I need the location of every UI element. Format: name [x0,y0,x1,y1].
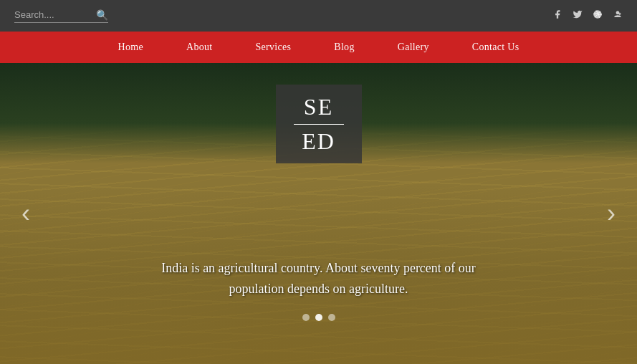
nav-about[interactable]: About [186,42,213,53]
search-wrapper: 🔍 [14,9,108,23]
next-arrow[interactable]: › [600,191,623,236]
nav-blog[interactable]: Blog [334,42,354,53]
hero-section: SE ED India is an agricultural country. … [0,63,637,364]
logo-line1: SE [304,93,333,120]
dot-3[interactable] [328,314,335,321]
twitter-icon[interactable] [573,9,583,22]
google-plus-icon[interactable] [613,9,623,22]
search-button[interactable]: 🔍 [96,9,108,21]
dribbble-icon[interactable] [593,9,603,22]
logo-divider [294,124,344,125]
nav-services[interactable]: Services [255,42,291,53]
top-bar: 🔍 [0,0,637,32]
nav-bar: Home About Services Blog Gallery Contact… [0,32,637,63]
dot-2[interactable] [315,314,322,321]
facebook-icon[interactable] [552,9,562,22]
nav-contact[interactable]: Contact Us [472,42,519,53]
logo-line2: ED [302,128,335,155]
social-icons [552,9,623,22]
nav-gallery[interactable]: Gallery [398,42,429,53]
prev-arrow[interactable]: ‹ [14,191,37,236]
search-icon: 🔍 [96,9,108,21]
logo-box: SE ED [276,85,362,163]
nav-home[interactable]: Home [118,42,143,53]
carousel-dots [302,314,335,321]
search-input[interactable] [14,9,93,20]
slide-text: India is an agricultural country. About … [140,258,498,300]
dot-1[interactable] [302,314,310,321]
